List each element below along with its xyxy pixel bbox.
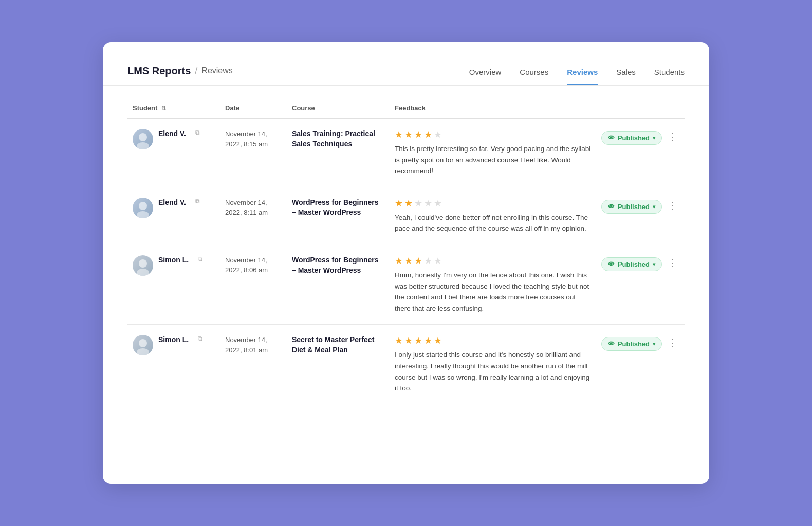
svg-point-2 [139, 202, 147, 210]
more-options-button[interactable]: ⋮ [666, 337, 679, 348]
tab-overview[interactable]: Overview [469, 68, 502, 85]
status-cell: 👁 Published ▾ ⋮ [601, 198, 679, 214]
date-text: November 14, 2022, 8:15 am [225, 130, 268, 148]
eye-icon: 👁 [608, 203, 615, 211]
student-cell: Elend V. ⧉ [133, 198, 215, 218]
star-empty: ★ [434, 129, 442, 140]
student-name: Simon L. [158, 255, 189, 265]
student-info: Simon L. [158, 255, 189, 265]
app-container: LMS Reports / Reviews Overview Courses R… [103, 42, 709, 484]
col-header-feedback: Feedback [390, 98, 596, 119]
more-options-button[interactable]: ⋮ [666, 131, 679, 142]
published-badge[interactable]: 👁 Published ▾ [601, 131, 662, 145]
star-filled: ★ [395, 255, 403, 267]
status-cell: 👁 Published ▾ ⋮ [601, 255, 679, 271]
star-empty: ★ [414, 198, 422, 209]
more-options-button[interactable]: ⋮ [666, 257, 679, 269]
tab-sales[interactable]: Sales [616, 68, 636, 85]
star-filled: ★ [404, 335, 413, 346]
eye-icon: 👁 [608, 340, 615, 348]
date-text: November 14, 2022, 8:06 am [225, 256, 268, 274]
course-name: WordPress for Beginners – Master WordPre… [292, 198, 379, 217]
table-row: Simon L. ⧉ November 14, 2022, 8:01 amSec… [127, 325, 685, 404]
col-header-date: Date [220, 98, 287, 119]
reviews-table: Student ⇅ Date Course Feedback Elend V. [127, 98, 685, 404]
svg-point-6 [139, 339, 147, 347]
status-label: Published [618, 203, 650, 211]
star-filled: ★ [395, 335, 403, 346]
star-rating: ★★★★★ [395, 129, 591, 140]
chevron-down-icon: ▾ [653, 135, 655, 141]
star-empty: ★ [424, 255, 432, 267]
student-name: Elend V. [158, 129, 186, 138]
avatar [133, 255, 153, 276]
eye-icon: 👁 [608, 260, 615, 268]
student-cell: Simon L. ⧉ [133, 255, 215, 276]
feedback-cell: ★★★★★ This is pretty interesting so far.… [395, 129, 591, 177]
star-filled: ★ [414, 335, 422, 346]
student-info: Simon L. [158, 335, 189, 344]
status-label: Published [618, 134, 650, 142]
breadcrumb-separator: / [195, 66, 197, 77]
external-link-icon[interactable]: ⧉ [198, 255, 202, 262]
app-title: LMS Reports [127, 65, 191, 77]
external-link-icon[interactable]: ⧉ [198, 335, 202, 342]
status-cell: 👁 Published ▾ ⋮ [601, 129, 679, 145]
star-filled: ★ [424, 129, 432, 140]
date-text: November 14, 2022, 8:01 am [225, 336, 268, 354]
tab-courses[interactable]: Courses [520, 68, 548, 85]
nav-tabs: Overview Courses Reviews Sales Students [469, 57, 685, 85]
col-header-course: Course [287, 98, 390, 119]
table-header-row: Student ⇅ Date Course Feedback [127, 98, 685, 119]
star-filled: ★ [404, 129, 413, 140]
star-rating: ★★★★★ [395, 335, 591, 346]
tab-reviews[interactable]: Reviews [567, 68, 598, 85]
sort-icon: ⇅ [161, 105, 166, 112]
avatar [133, 335, 153, 355]
eye-icon: 👁 [608, 134, 615, 142]
star-empty: ★ [434, 255, 442, 267]
student-cell: Elend V. ⧉ [133, 129, 215, 149]
chevron-down-icon: ▾ [653, 261, 655, 267]
more-options-button[interactable]: ⋮ [666, 200, 679, 211]
chevron-down-icon: ▾ [653, 341, 655, 347]
star-rating: ★★★★★ [395, 255, 591, 267]
chevron-down-icon: ▾ [653, 204, 655, 210]
published-badge[interactable]: 👁 Published ▾ [601, 257, 662, 271]
col-header-student[interactable]: Student ⇅ [127, 98, 220, 119]
svg-point-7 [137, 348, 149, 355]
published-badge[interactable]: 👁 Published ▾ [601, 200, 662, 214]
tab-students[interactable]: Students [654, 68, 685, 85]
external-link-icon[interactable]: ⧉ [195, 198, 200, 205]
student-info: Elend V. [158, 198, 186, 207]
star-filled: ★ [404, 255, 413, 267]
avatar [133, 129, 153, 149]
status-label: Published [618, 340, 650, 348]
feedback-cell: ★★★★★ Hmm, honestly I'm very on the fenc… [395, 255, 591, 314]
course-name: Secret to Master Perfect Diet & Meal Pla… [292, 335, 374, 354]
student-cell: Simon L. ⧉ [133, 335, 215, 355]
feedback-text: Hmm, honestly I'm very on the fence abou… [395, 270, 591, 314]
current-page-label: Reviews [201, 66, 232, 76]
star-filled: ★ [414, 129, 422, 140]
star-filled: ★ [434, 335, 442, 346]
avatar [133, 198, 153, 218]
status-cell: 👁 Published ▾ ⋮ [601, 335, 679, 351]
published-badge[interactable]: 👁 Published ▾ [601, 337, 662, 351]
breadcrumb: LMS Reports / Reviews [127, 65, 233, 77]
svg-point-4 [139, 259, 147, 268]
svg-point-1 [137, 142, 149, 149]
star-rating: ★★★★★ [395, 198, 591, 209]
star-empty: ★ [434, 198, 442, 209]
star-filled: ★ [395, 129, 403, 140]
student-name: Elend V. [158, 198, 186, 207]
external-link-icon[interactable]: ⧉ [195, 129, 200, 136]
course-name: Sales Training: Practical Sales Techniqu… [292, 129, 375, 148]
feedback-cell: ★★★★★ I only just started this course an… [395, 335, 591, 393]
course-name: WordPress for Beginners – Master WordPre… [292, 256, 379, 274]
student-info: Elend V. [158, 129, 186, 138]
header: LMS Reports / Reviews Overview Courses R… [103, 42, 709, 86]
svg-point-5 [137, 269, 149, 276]
star-filled: ★ [414, 255, 422, 267]
svg-point-0 [139, 133, 147, 141]
